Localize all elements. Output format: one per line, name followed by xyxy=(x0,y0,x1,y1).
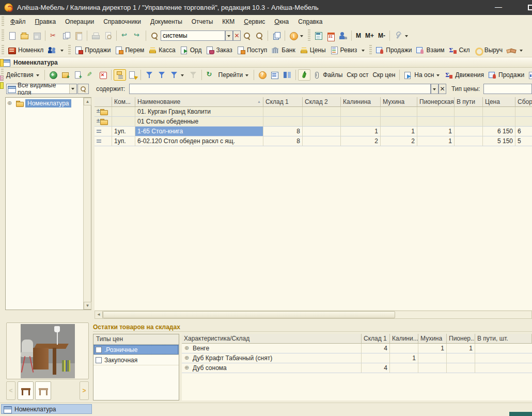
price-type-input[interactable] xyxy=(483,84,532,94)
search-dropdown-button[interactable] xyxy=(225,30,233,41)
menu-edit[interactable]: Правка xyxy=(30,17,61,27)
stock-pionerskaya[interactable]: 1 xyxy=(447,344,475,353)
stock-kalinina[interactable]: 1 xyxy=(390,353,418,363)
stock-muhina[interactable] xyxy=(418,353,447,363)
column-header-sklad2[interactable]: Склад 2 xyxy=(303,97,341,107)
batches-button[interactable]: Партии xyxy=(526,69,532,81)
reports-more-button[interactable] xyxy=(517,47,526,54)
add-button[interactable] xyxy=(47,69,59,81)
menu-catalogs[interactable]: Справочники xyxy=(99,17,146,27)
user-sessions-button[interactable] xyxy=(337,30,349,41)
nomenclature-button[interactable]: Номенкл xyxy=(6,44,45,56)
search-input[interactable] xyxy=(161,30,225,41)
column-header-characteristic[interactable]: Характеристика/Склад xyxy=(182,334,362,344)
toolbar-grip[interactable] xyxy=(2,29,4,42)
revenue-report-button[interactable]: Выруч xyxy=(472,44,505,56)
group-name[interactable]: 01. Курган Гранд Кволити xyxy=(135,107,263,117)
delete-button[interactable] xyxy=(97,69,109,81)
group-expand-icon[interactable] xyxy=(95,117,100,126)
column-header-comment[interactable]: Ком... xyxy=(112,97,135,107)
filter-search-button[interactable] xyxy=(77,84,89,94)
expand-node-icon[interactable] xyxy=(7,99,14,107)
column-header-sklad1[interactable]: Склад 1 xyxy=(362,334,390,344)
paste-button[interactable] xyxy=(72,30,85,41)
maximize-button[interactable] xyxy=(528,5,532,10)
item-name-selected[interactable]: 1-65 Стол-книга xyxy=(135,127,263,136)
calculator-button[interactable] xyxy=(312,30,324,41)
warehouse-report-button[interactable]: Скл xyxy=(447,44,472,56)
filter-by-value-button[interactable] xyxy=(168,69,187,81)
menu-operations[interactable]: Операции xyxy=(60,17,99,27)
item-name[interactable]: 6-02.120 Стол обеден раскл с ящ. xyxy=(135,136,263,146)
back-button[interactable] xyxy=(119,30,131,41)
item-sklad2[interactable] xyxy=(303,127,341,136)
stock-kalinina[interactable] xyxy=(390,363,418,373)
group-expand-icon[interactable] xyxy=(95,107,100,116)
calendar-button[interactable] xyxy=(324,30,337,41)
memory-m-minus-button[interactable]: M- xyxy=(376,30,387,41)
toolbar-grip[interactable] xyxy=(308,29,310,42)
stock-muhina[interactable]: 1 xyxy=(418,344,447,353)
add-group-button[interactable] xyxy=(59,69,72,81)
group-name[interactable]: 01 Столы обеденные xyxy=(135,117,263,127)
service-settings-button[interactable] xyxy=(392,30,411,41)
title-bar[interactable]: Алёша-Мебель / Калинина директор 1 / "Уп… xyxy=(0,0,532,15)
stock-pionerskaya[interactable] xyxy=(447,363,475,373)
order-button[interactable]: Орд xyxy=(178,44,204,56)
help-button[interactable] xyxy=(256,69,269,81)
info-button[interactable] xyxy=(287,30,306,41)
item-cena[interactable]: 6 150 xyxy=(483,127,515,136)
next-photo-button[interactable]: > xyxy=(80,381,89,400)
menu-windows[interactable]: Окна xyxy=(270,17,293,27)
mutual-settlements-button[interactable]: Взаим xyxy=(414,44,446,56)
scroll-up-button[interactable]: ▲ xyxy=(84,98,91,105)
actions-menu-button[interactable]: Действия xyxy=(4,70,42,80)
menu-help[interactable]: Справка xyxy=(293,17,327,27)
cash-button[interactable]: Касса xyxy=(146,44,177,56)
prices-button[interactable]: Цены xyxy=(298,44,328,56)
item-muhina[interactable]: 2 xyxy=(381,136,417,146)
files-button[interactable]: Файлы xyxy=(310,69,345,81)
expand-node-icon[interactable] xyxy=(184,354,191,362)
receipt-button[interactable]: Поступ xyxy=(234,44,269,56)
item-sborka[interactable]: 5 xyxy=(515,136,532,146)
memory-m-button[interactable]: M xyxy=(354,30,363,41)
find-previous-button[interactable] xyxy=(253,30,265,41)
filter-button[interactable] xyxy=(155,69,168,81)
sales-report-button[interactable]: Продажи xyxy=(373,44,414,56)
expand-node-icon[interactable] xyxy=(184,344,191,352)
stock-row[interactable]: Венге 4 1 1 xyxy=(182,344,532,353)
previous-photo-button[interactable]: < xyxy=(6,381,15,400)
counterparties-button[interactable] xyxy=(45,44,58,56)
memory-m-plus-button[interactable]: M+ xyxy=(363,30,376,41)
photo-thumbnail[interactable] xyxy=(18,381,34,400)
list-settings-button[interactable] xyxy=(269,69,281,81)
stock-row[interactable]: Дуб Крафт Табачный (снят) 1 xyxy=(182,353,532,363)
scroll-left-button[interactable]: ◄ xyxy=(95,311,103,318)
stock-pionerskaya[interactable] xyxy=(447,353,475,363)
item-comment[interactable]: 1уп. xyxy=(112,127,135,136)
search-clear-button[interactable]: ✕ xyxy=(233,30,241,41)
column-header-sklad1[interactable]: Склад 1 xyxy=(263,97,303,107)
copy-button[interactable] xyxy=(60,30,72,41)
hide-prices-button[interactable]: Скр цен xyxy=(370,70,397,80)
item-v-puti[interactable] xyxy=(455,136,483,146)
movements-button[interactable]: Движения xyxy=(443,69,486,81)
item-pionerskaya[interactable]: 1 xyxy=(417,127,455,136)
partners-button[interactable] xyxy=(505,44,517,56)
stock-kalinina[interactable] xyxy=(390,344,418,353)
edit-button[interactable] xyxy=(84,69,97,81)
new-document-button[interactable] xyxy=(6,30,18,41)
checkbox[interactable] xyxy=(96,347,102,353)
customer-order-button[interactable]: Заказ xyxy=(204,44,234,56)
stock-v-puti[interactable] xyxy=(475,353,532,363)
menu-service[interactable]: Сервис xyxy=(239,17,270,27)
column-header-pionerskaya[interactable]: Пионерская xyxy=(417,97,455,107)
filter-settings-button[interactable] xyxy=(143,69,155,81)
price-type-row-retail[interactable]: .Розничные xyxy=(93,345,179,355)
contains-dropdown-button[interactable] xyxy=(431,84,439,94)
item-pionerskaya[interactable]: 1 xyxy=(417,136,455,146)
bank-button[interactable]: Банк xyxy=(269,44,297,56)
table-row-item[interactable]: 1уп. 1-65 Стол-книга 8 1 1 1 6 150 6 xyxy=(95,127,532,136)
item-kalinina[interactable]: 1 xyxy=(341,127,381,136)
